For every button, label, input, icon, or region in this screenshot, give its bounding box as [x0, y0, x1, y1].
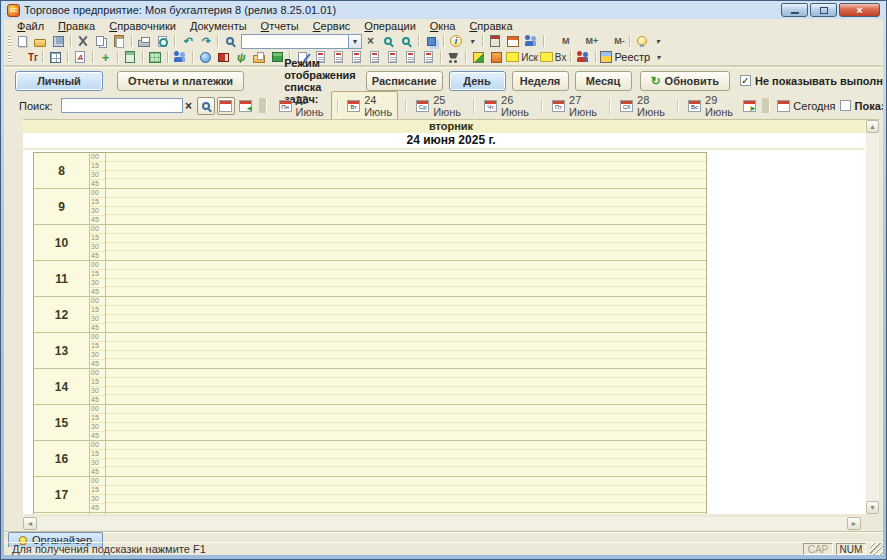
calendar-pick-button[interactable] — [217, 97, 235, 115]
menu-item[interactable]: Сервис — [306, 19, 358, 33]
documents-folder-icon[interactable] — [250, 49, 268, 65]
time-slot[interactable] — [106, 431, 706, 440]
time-slot[interactable] — [106, 450, 706, 459]
time-slot[interactable] — [106, 351, 706, 360]
day-28-button[interactable]: Сб 28 Июнь — [604, 92, 670, 120]
info-icon[interactable] — [447, 33, 465, 49]
resize-grip[interactable] — [870, 543, 883, 555]
calculator-icon[interactable] — [486, 33, 504, 49]
save-icon[interactable] — [49, 33, 67, 49]
time-slot[interactable] — [106, 369, 706, 378]
menu-item[interactable]: Окна — [423, 19, 463, 33]
close-button[interactable]: × — [839, 3, 880, 17]
time-slot[interactable] — [106, 342, 706, 351]
add-operation-icon[interactable] — [96, 49, 114, 65]
horizontal-scrollbar[interactable]: ◄ ► — [23, 517, 861, 530]
tips-icon[interactable] — [633, 33, 651, 49]
menu-item[interactable]: Операции — [357, 19, 422, 33]
calendar-icon[interactable] — [504, 33, 522, 49]
time-slot[interactable] — [106, 153, 706, 162]
employees-icon[interactable] — [171, 49, 189, 65]
scroll-right-button[interactable]: ► — [847, 517, 861, 530]
time-slot[interactable] — [106, 513, 706, 514]
time-slot[interactable] — [106, 486, 706, 495]
day-26-button[interactable]: Чт 26 Июнь — [468, 92, 534, 120]
time-slot[interactable] — [106, 243, 706, 252]
time-slot[interactable] — [106, 287, 706, 296]
schedule-button[interactable]: Расписание — [366, 71, 443, 91]
day-24-button[interactable]: Вт 24 Июнь — [331, 91, 399, 121]
minimize-button[interactable] — [781, 3, 808, 17]
time-slot[interactable] — [106, 171, 706, 180]
time-slot[interactable] — [106, 315, 706, 324]
time-slot[interactable] — [106, 225, 706, 234]
time-slot[interactable] — [106, 207, 706, 216]
time-slot[interactable] — [106, 395, 706, 404]
vertical-scrollbar[interactable]: ▲ ▼ — [865, 120, 879, 514]
copy-icon[interactable] — [92, 33, 110, 49]
time-slot[interactable] — [106, 405, 706, 414]
time-slot[interactable] — [106, 467, 706, 476]
menu-item[interactable]: Правка — [51, 19, 102, 33]
counterparties-icon[interactable] — [196, 49, 214, 65]
reference-book-icon[interactable] — [214, 49, 232, 65]
redo-icon[interactable] — [196, 33, 214, 49]
previous-day-button[interactable]: ◄ — [237, 97, 255, 115]
day-25-button[interactable]: Ср 25 Июнь — [400, 92, 466, 120]
dropdown-caret-icon[interactable] — [651, 33, 665, 49]
find-icon[interactable] — [221, 33, 239, 49]
search-input[interactable] — [61, 98, 183, 113]
next-day-button[interactable]: ► — [740, 97, 758, 115]
time-slot[interactable] — [106, 333, 706, 342]
time-slot[interactable] — [106, 261, 706, 270]
dropdown-caret-icon[interactable] — [465, 33, 479, 49]
time-slot[interactable] — [106, 423, 706, 432]
time-slot[interactable] — [106, 234, 706, 243]
scroll-up-button[interactable]: ▲ — [866, 120, 879, 133]
paste-icon[interactable] — [110, 33, 128, 49]
calculator-green-icon[interactable] — [121, 49, 139, 65]
registry-button[interactable]: Реестр — [599, 49, 651, 65]
time-slot[interactable] — [106, 189, 706, 198]
menu-item[interactable]: Справочники — [102, 19, 183, 33]
search-run-button[interactable] — [197, 97, 215, 115]
month-button[interactable]: Месяц — [575, 71, 632, 91]
find-prev-icon[interactable] — [397, 33, 415, 49]
doc-button-5-icon[interactable] — [383, 49, 401, 65]
combo-clear-button[interactable] — [364, 34, 377, 48]
time-slot[interactable] — [106, 198, 706, 207]
incoming-invoices-button[interactable]: Вх — [539, 49, 568, 65]
hide-completed-checkbox[interactable]: ✓ Не показывать выполненные задания — [740, 75, 883, 87]
menu-item[interactable]: Отчеты — [254, 19, 306, 33]
table-report-icon[interactable] — [146, 49, 164, 65]
time-slot[interactable] — [106, 459, 706, 468]
outgoing-invoices-button[interactable]: Иск — [505, 49, 539, 65]
scroll-down-button[interactable]: ▼ — [866, 501, 879, 514]
tab-personal[interactable]: Личный — [15, 71, 103, 91]
time-slot[interactable] — [106, 503, 706, 512]
cart-icon[interactable] — [444, 49, 462, 65]
open-icon[interactable] — [31, 33, 49, 49]
week-button[interactable]: Неделя — [512, 71, 569, 91]
time-slot[interactable] — [106, 297, 706, 306]
scroll-left-button[interactable]: ◄ — [23, 517, 37, 530]
undo-icon[interactable] — [178, 33, 196, 49]
quick-search-input[interactable] — [241, 34, 349, 49]
tab-reports-payments[interactable]: Отчеты и платежки — [117, 71, 244, 91]
today-button[interactable]: Сегодня — [773, 98, 839, 114]
transfer-icon[interactable] — [487, 49, 505, 65]
time-slot[interactable] — [106, 215, 706, 224]
search-clear-button[interactable] — [183, 99, 195, 113]
maximize-button[interactable] — [810, 3, 837, 17]
time-slot[interactable] — [106, 251, 706, 260]
find-next-icon[interactable] — [379, 33, 397, 49]
m-minus-button[interactable]: M- — [599, 33, 626, 49]
doc-button-7-icon[interactable] — [419, 49, 437, 65]
time-slot[interactable] — [106, 270, 706, 279]
doc-button-6-icon[interactable] — [401, 49, 419, 65]
day-button[interactable]: День — [449, 71, 506, 91]
time-slot[interactable] — [106, 477, 706, 486]
doc-button-4-icon[interactable] — [365, 49, 383, 65]
time-slot[interactable] — [106, 162, 706, 171]
print-icon[interactable] — [135, 33, 153, 49]
